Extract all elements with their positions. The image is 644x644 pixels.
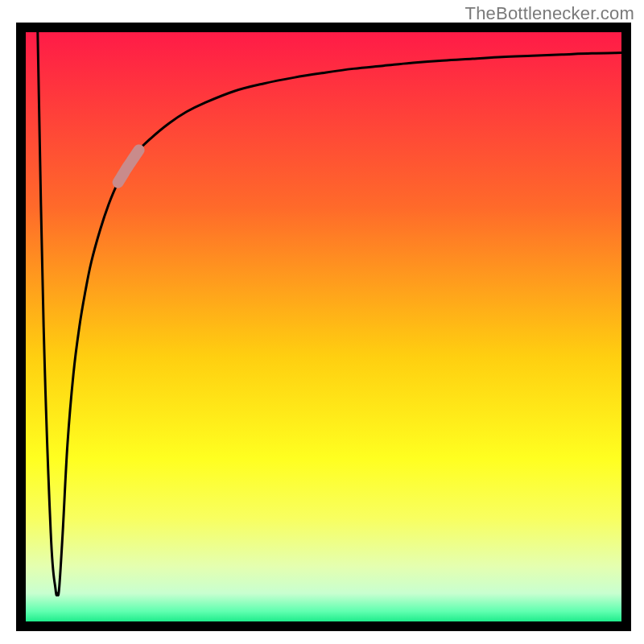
bottleneck-chart	[0, 0, 644, 644]
chart-frame: TheBottlenecker.com	[0, 0, 644, 644]
plot-background	[21, 27, 626, 626]
